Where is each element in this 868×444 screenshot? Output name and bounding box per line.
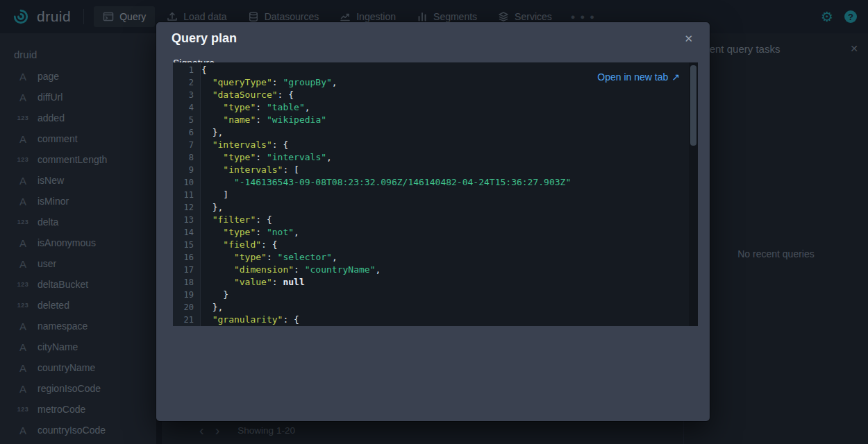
code-line: "type": "selector", <box>201 251 688 264</box>
line-number: 17 <box>173 264 194 276</box>
line-number: 19 <box>173 289 194 301</box>
line-number: 10 <box>173 176 194 189</box>
line-number: 11 <box>173 189 194 201</box>
code-line: "type": "intervals", <box>201 151 688 164</box>
line-number: 3 <box>173 89 194 101</box>
line-number: 12 <box>173 201 194 214</box>
open-in-new-tab-link[interactable]: Open in new tab ↗ <box>597 71 680 83</box>
code-line: "dataSource": { <box>201 89 688 101</box>
code-line: "name": "wikipedia" <box>201 114 688 126</box>
line-number: 9 <box>173 164 194 176</box>
line-number: 2 <box>173 76 194 89</box>
line-number: 6 <box>173 126 194 139</box>
code-line: "type": "table", <box>201 101 688 114</box>
line-number: 21 <box>173 314 194 326</box>
code-line: "dimension": "countryName", <box>201 264 688 276</box>
line-number: 15 <box>173 239 194 251</box>
code-line: } <box>201 289 688 301</box>
line-number: 8 <box>173 151 194 164</box>
code-line: }, <box>201 301 688 314</box>
druid-console: druid Query Load data Datasources <box>0 0 868 444</box>
dialog-header: Query plan ✕ <box>156 22 710 46</box>
dialog-close-icon[interactable]: ✕ <box>681 31 696 46</box>
code-line: "intervals": [ <box>201 164 688 176</box>
code-line: "-146136543-09-08T08:23:32.096Z/14614048… <box>201 176 688 189</box>
code-line: "field": { <box>201 239 688 251</box>
open-in-new-tab-icon: ↗ <box>671 71 680 83</box>
code-line: ] <box>201 189 688 201</box>
code-line: "type": "not", <box>201 226 688 239</box>
code-line: "filter": { <box>201 214 688 226</box>
line-number: 16 <box>173 251 194 264</box>
line-number: 18 <box>173 276 194 289</box>
line-number: 7 <box>173 139 194 151</box>
query-plan-code-editor[interactable]: 123456789101112131415161718192021 { "que… <box>173 62 698 326</box>
query-plan-dialog: Query plan ✕ 123456789101112131415161718… <box>156 22 710 421</box>
code-line: }, <box>201 201 688 214</box>
code-line: "intervals": { <box>201 139 688 151</box>
line-number: 20 <box>173 301 194 314</box>
open-in-new-tab-label: Open in new tab <box>597 71 668 83</box>
code-line: "granularity": { <box>201 314 688 326</box>
code-line: }, <box>201 126 688 139</box>
json-code: { "queryType": "groupBy", "dataSource": … <box>201 64 688 326</box>
line-number: 14 <box>173 226 194 239</box>
line-number: 5 <box>173 114 194 126</box>
code-scrollbar[interactable] <box>689 62 698 326</box>
line-number: 1 <box>173 64 194 76</box>
line-number: 13 <box>173 214 194 226</box>
line-number: 4 <box>173 101 194 114</box>
line-number-gutter: 123456789101112131415161718192021 <box>173 62 201 326</box>
code-line: "value": null <box>201 276 688 289</box>
code-scrollbar-thumb[interactable] <box>690 65 696 146</box>
dialog-title: Query plan <box>172 31 237 46</box>
